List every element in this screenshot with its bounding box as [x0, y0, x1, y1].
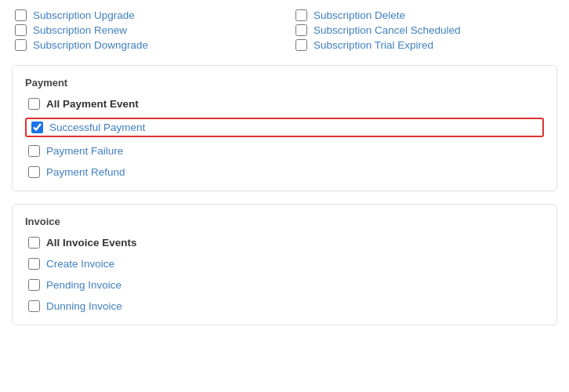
- checkbox-item-sub-renew[interactable]: Subscription Renew: [12, 23, 277, 38]
- pending-invoice-label[interactable]: Pending Invoice: [46, 279, 121, 291]
- dunning-invoice-checkbox[interactable]: [28, 300, 40, 312]
- sub-trial-expired-checkbox[interactable]: [295, 39, 307, 51]
- subscription-right-column: Subscription Delete Subscription Cancel …: [292, 8, 557, 53]
- payment-failure-label[interactable]: Payment Failure: [46, 145, 123, 157]
- invoice-section-card: Invoice All Invoice Events Create Invoic…: [12, 204, 557, 325]
- create-invoice-checkbox[interactable]: [28, 258, 40, 270]
- sub-delete-checkbox[interactable]: [295, 9, 307, 21]
- checkbox-item-sub-upgrade[interactable]: Subscription Upgrade: [12, 8, 277, 23]
- sub-delete-label[interactable]: Subscription Delete: [313, 9, 405, 21]
- sub-upgrade-checkbox[interactable]: [15, 9, 27, 21]
- checkbox-item-payment-failure[interactable]: Payment Failure: [25, 143, 544, 158]
- sub-downgrade-checkbox[interactable]: [15, 39, 27, 51]
- checkbox-item-dunning-invoice[interactable]: Dunning Invoice: [25, 299, 544, 314]
- checkbox-item-sub-downgrade[interactable]: Subscription Downgrade: [12, 38, 277, 53]
- checkbox-item-create-invoice[interactable]: Create Invoice: [25, 256, 544, 271]
- create-invoice-label[interactable]: Create Invoice: [46, 258, 114, 270]
- all-payment-label[interactable]: All Payment Event: [46, 98, 139, 110]
- successful-payment-checkbox[interactable]: [31, 122, 43, 133]
- sub-trial-expired-label[interactable]: Subscription Trial Expired: [313, 39, 433, 51]
- checkbox-item-all-payment[interactable]: All Payment Event: [25, 96, 544, 111]
- subscription-grid: Subscription Upgrade Subscription Renew …: [12, 8, 557, 53]
- payment-checkbox-list: All Payment Event Successful Payment Pay…: [25, 96, 544, 180]
- checkbox-item-all-invoice[interactable]: All Invoice Events: [25, 235, 544, 250]
- subscription-top-section: Subscription Upgrade Subscription Renew …: [12, 8, 557, 53]
- sub-upgrade-label[interactable]: Subscription Upgrade: [33, 9, 135, 21]
- checkbox-item-successful-payment[interactable]: Successful Payment: [25, 118, 544, 137]
- subscription-left-column: Subscription Upgrade Subscription Renew …: [12, 8, 277, 53]
- all-invoice-checkbox[interactable]: [28, 237, 40, 249]
- sub-cancel-scheduled-label[interactable]: Subscription Cancel Scheduled: [313, 24, 461, 36]
- invoice-checkbox-list: All Invoice Events Create Invoice Pendin…: [25, 235, 544, 314]
- checkbox-item-sub-trial-expired[interactable]: Subscription Trial Expired: [292, 38, 557, 53]
- pending-invoice-checkbox[interactable]: [28, 279, 40, 291]
- checkbox-item-pending-invoice[interactable]: Pending Invoice: [25, 278, 544, 292]
- sub-downgrade-label[interactable]: Subscription Downgrade: [33, 39, 148, 51]
- payment-section-card: Payment All Payment Event Successful Pay…: [12, 65, 557, 191]
- checkbox-item-sub-cancel-scheduled[interactable]: Subscription Cancel Scheduled: [292, 23, 557, 38]
- invoice-section-title: Invoice: [25, 216, 544, 227]
- payment-refund-checkbox[interactable]: [28, 166, 40, 178]
- checkbox-item-payment-refund[interactable]: Payment Refund: [25, 165, 544, 180]
- sub-cancel-scheduled-checkbox[interactable]: [295, 24, 307, 36]
- dunning-invoice-label[interactable]: Dunning Invoice: [46, 300, 122, 312]
- payment-failure-checkbox[interactable]: [28, 145, 40, 157]
- payment-refund-label[interactable]: Payment Refund: [46, 166, 125, 178]
- sub-renew-label[interactable]: Subscription Renew: [33, 24, 127, 36]
- sub-renew-checkbox[interactable]: [15, 24, 27, 36]
- all-invoice-label[interactable]: All Invoice Events: [46, 237, 137, 249]
- payment-section-title: Payment: [25, 77, 544, 89]
- successful-payment-label[interactable]: Successful Payment: [49, 122, 145, 133]
- checkbox-item-sub-delete[interactable]: Subscription Delete: [292, 8, 557, 23]
- all-payment-checkbox[interactable]: [28, 98, 40, 110]
